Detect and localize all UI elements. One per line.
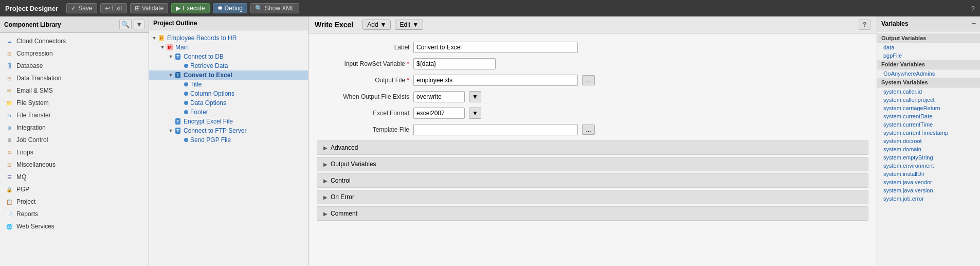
component-library-panel: Component Library 🔍 ▼ ☁ Cloud Connectors… bbox=[0, 16, 149, 266]
var-item-caller-project[interactable]: system.caller.project bbox=[877, 96, 980, 104]
var-item-carriage-return[interactable]: system.carriageReturn bbox=[877, 104, 980, 112]
var-item-install-dir[interactable]: system.installDir bbox=[877, 170, 980, 178]
component-library-expand-icon[interactable]: ▼ bbox=[134, 20, 144, 29]
var-item-pgpfile[interactable]: pgpFile bbox=[877, 51, 980, 60]
tree-node-main[interactable]: ▼ M Main bbox=[149, 43, 308, 52]
output-file-input[interactable] bbox=[413, 75, 578, 86]
tree-node-retrieve-data[interactable]: Retrieve Data bbox=[149, 61, 308, 70]
var-item-empty-string[interactable]: system.emptyString bbox=[877, 153, 980, 162]
var-item-domain[interactable]: system.domain bbox=[877, 145, 980, 153]
footer-dot bbox=[184, 110, 188, 114]
output-file-browse-button[interactable]: … bbox=[582, 75, 595, 85]
var-item-job-error[interactable]: system.job.error bbox=[877, 194, 980, 203]
project-tree: ▼ P Employee Records to HR ▼ M Main ▼ T … bbox=[149, 30, 308, 266]
write-excel-help-button[interactable]: ? bbox=[859, 20, 870, 30]
job-control-icon: ⚙ bbox=[5, 136, 13, 144]
tree-node-column-options[interactable]: Column Options bbox=[149, 89, 308, 98]
var-item-current-timestamp[interactable]: system.currentTimestamp bbox=[877, 129, 980, 137]
system-variables-section-header-label: System Variables bbox=[877, 78, 980, 87]
tree-node-data-options[interactable]: Data Options bbox=[149, 98, 308, 108]
send-pgp-dot bbox=[184, 138, 188, 142]
sidebar-item-email-sms[interactable]: ✉ Email & SMS bbox=[0, 84, 149, 97]
on-error-section-header[interactable]: ▶ On Error bbox=[317, 190, 868, 204]
sidebar-item-data-translation[interactable]: ⊟ Data Translation bbox=[0, 72, 149, 84]
on-error-section: ▶ On Error bbox=[317, 190, 868, 204]
variables-close-button[interactable]: − bbox=[972, 20, 976, 28]
control-section-header[interactable]: ▶ Control bbox=[317, 174, 868, 187]
template-file-browse-button[interactable]: … bbox=[582, 125, 595, 135]
component-library-search-icon[interactable]: 🔍 bbox=[119, 20, 132, 29]
when-output-exists-input[interactable] bbox=[413, 91, 465, 102]
tree-arrow-employee-records[interactable]: ▼ bbox=[151, 36, 157, 41]
variables-header: Variables − bbox=[877, 16, 980, 31]
connect-ftp-node-icon: T bbox=[174, 127, 182, 134]
output-variables-section-header[interactable]: ▶ Output Variables bbox=[317, 157, 868, 171]
folder-variables-section-header-label: Folder Variables bbox=[877, 60, 980, 69]
sidebar-item-database[interactable]: 🗄 Database bbox=[0, 60, 149, 72]
tree-node-title[interactable]: Title bbox=[149, 80, 308, 89]
var-item-docroot[interactable]: system.docroot bbox=[877, 137, 980, 145]
edit-button[interactable]: Edit ▼ bbox=[395, 20, 423, 30]
tree-arrow-ftp[interactable]: ▼ bbox=[168, 128, 174, 133]
sidebar-item-file-system[interactable]: 📁 File System bbox=[0, 97, 149, 109]
component-library-header-icons: 🔍 ▼ bbox=[119, 20, 144, 29]
exit-button[interactable]: ↩ Exit bbox=[100, 3, 127, 13]
sidebar-item-integration[interactable]: ⊕ Integration bbox=[0, 121, 149, 134]
excel-format-input[interactable] bbox=[413, 108, 465, 119]
var-item-java-vendor[interactable]: system.java.vendor bbox=[877, 178, 980, 186]
show-xml-button[interactable]: 🔍 Show XML bbox=[250, 3, 299, 13]
sidebar-item-file-transfer[interactable]: ⇆ File Transfer bbox=[0, 109, 149, 121]
advanced-arrow-icon: ▶ bbox=[323, 145, 328, 151]
sidebar-item-loops[interactable]: ↻ Loops bbox=[0, 146, 149, 158]
label-input[interactable] bbox=[413, 42, 578, 53]
tree-node-footer[interactable]: Footer bbox=[149, 108, 308, 117]
data-translation-icon: ⊟ bbox=[5, 74, 13, 82]
var-item-data[interactable]: data bbox=[877, 43, 980, 51]
encrypt-excel-node-icon: T bbox=[174, 118, 182, 125]
tree-arrow-main[interactable]: ▼ bbox=[159, 45, 166, 50]
var-item-current-date[interactable]: system.currentDate bbox=[877, 112, 980, 120]
miscellaneous-icon: ⊟ bbox=[5, 161, 13, 169]
template-file-input[interactable] bbox=[413, 124, 578, 135]
comment-section-header[interactable]: ▶ Comment bbox=[317, 207, 868, 220]
topbar-help-button[interactable]: ? bbox=[971, 5, 975, 12]
var-item-java-version[interactable]: system.java.version bbox=[877, 186, 980, 194]
tree-arrow-convert-excel[interactable]: ▼ bbox=[168, 73, 174, 78]
sidebar-item-compression[interactable]: ⊟ Compression bbox=[0, 47, 149, 60]
variables-list: Output Variables data pgpFile Folder Var… bbox=[877, 31, 980, 266]
tree-node-connect-ftp[interactable]: ▼ T Connect to FTP Server bbox=[149, 126, 308, 135]
var-item-caller-id[interactable]: system.caller.id bbox=[877, 87, 980, 96]
file-transfer-icon: ⇆ bbox=[5, 111, 13, 119]
when-output-exists-dropdown[interactable]: ▼ bbox=[469, 91, 481, 102]
sidebar-item-cloud-connectors[interactable]: ☁ Cloud Connectors bbox=[0, 35, 149, 47]
var-item-current-time[interactable]: system.currentTime bbox=[877, 120, 980, 129]
sidebar-item-project[interactable]: 📋 Project bbox=[0, 196, 149, 208]
tree-node-send-pgp[interactable]: Send PGP File bbox=[149, 135, 308, 145]
advanced-section-header[interactable]: ▶ Advanced bbox=[317, 141, 868, 154]
tree-node-encrypt-excel[interactable]: T Encrypt Excel File bbox=[149, 117, 308, 126]
sidebar-item-job-control[interactable]: ⚙ Job Control bbox=[0, 134, 149, 146]
input-rowset-input[interactable] bbox=[413, 58, 496, 69]
execute-button[interactable]: ▶ Execute bbox=[171, 3, 209, 13]
output-variables-section-header-label: Output Variables bbox=[877, 33, 980, 43]
exit-icon: ↩ bbox=[105, 5, 110, 12]
debug-button[interactable]: ✱ Debug bbox=[213, 3, 247, 13]
file-system-icon: 📁 bbox=[5, 99, 13, 107]
save-button[interactable]: ✓ Save bbox=[66, 3, 97, 13]
when-output-exists-label: When Output File Exists bbox=[317, 93, 409, 100]
var-item-goanywhereAdmins[interactable]: GoAnywhereAdmins bbox=[877, 69, 980, 78]
add-button[interactable]: Add ▼ bbox=[362, 20, 391, 30]
validate-button[interactable]: ⊞ Validate bbox=[130, 3, 168, 13]
tree-node-convert-excel[interactable]: ▼ T Convert to Excel bbox=[149, 70, 308, 80]
var-item-environment[interactable]: system.environment bbox=[877, 162, 980, 170]
sidebar-item-web-services[interactable]: 🌐 Web Services bbox=[0, 220, 149, 233]
database-icon: 🗄 bbox=[5, 62, 13, 70]
sidebar-item-reports[interactable]: 📄 Reports bbox=[0, 208, 149, 220]
sidebar-item-mq[interactable]: ☰ MQ bbox=[0, 171, 149, 183]
sidebar-item-pgp[interactable]: 🔒 PGP bbox=[0, 183, 149, 196]
tree-arrow-connect-db[interactable]: ▼ bbox=[168, 54, 174, 59]
excel-format-dropdown[interactable]: ▼ bbox=[469, 108, 481, 119]
tree-node-employee-records[interactable]: ▼ P Employee Records to HR bbox=[149, 33, 308, 43]
sidebar-item-miscellaneous[interactable]: ⊟ Miscellaneous bbox=[0, 158, 149, 171]
tree-node-connect-db[interactable]: ▼ T Connect to DB bbox=[149, 52, 308, 61]
